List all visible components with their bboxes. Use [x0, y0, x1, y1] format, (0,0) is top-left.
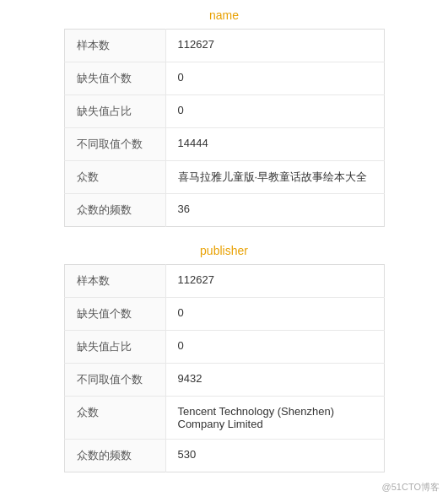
- name-section-label-4: 众数: [64, 161, 165, 194]
- publisher-section-label-5: 众数的频数: [64, 440, 165, 472]
- publisher-section-value-0: 112627: [165, 265, 384, 298]
- table-row: 样本数112627: [64, 30, 384, 62]
- publisher-section-value-2: 0: [165, 331, 384, 364]
- table-row: 缺失值个数0: [64, 62, 384, 95]
- table-row: 缺失值个数0: [64, 298, 384, 331]
- table-row: 缺失值占比0: [64, 331, 384, 364]
- name-section-label-5: 众数的频数: [64, 194, 165, 227]
- name-section-label-1: 缺失值个数: [64, 62, 165, 95]
- table-row: 众数的频数36: [64, 194, 384, 227]
- publisher-section-label-4: 众数: [64, 397, 165, 440]
- name-section-value-5: 36: [165, 194, 384, 227]
- publisher-section-label-2: 缺失值占比: [64, 331, 165, 364]
- publisher-section-label-0: 样本数: [64, 265, 165, 298]
- name-section-value-0: 112627: [165, 30, 384, 62]
- table-row: 样本数112627: [64, 265, 384, 298]
- table-row: 缺失值占比0: [64, 95, 384, 128]
- publisher-section-value-1: 0: [165, 298, 384, 331]
- table-row: 众数Tencent Technology (Shenzhen) Company …: [64, 397, 384, 440]
- name-section-value-4: 喜马拉雅儿童版·早教童话故事绘本大全: [165, 161, 384, 194]
- publisher-section-value-4: Tencent Technology (Shenzhen) Company Li…: [165, 397, 384, 440]
- name-section-label-0: 样本数: [64, 30, 165, 62]
- publisher-section: publisher样本数112627缺失值个数0缺失值占比0不同取值个数9432…: [17, 244, 431, 472]
- name-section-value-2: 0: [165, 95, 384, 128]
- table-row: 不同取值个数14444: [64, 128, 384, 161]
- publisher-section-title: publisher: [17, 244, 431, 257]
- name-section-label-3: 不同取值个数: [64, 128, 165, 161]
- name-section-value-1: 0: [165, 62, 384, 95]
- publisher-section-label-3: 不同取值个数: [64, 364, 165, 397]
- name-section-table: 样本数112627缺失值个数0缺失值占比0不同取值个数14444众数喜马拉雅儿童…: [64, 29, 385, 227]
- name-section-title: name: [17, 8, 431, 22]
- table-row: 众数喜马拉雅儿童版·早教童话故事绘本大全: [64, 161, 384, 194]
- table-row: 众数的频数530: [64, 440, 384, 472]
- watermark: @51CTO博客: [382, 481, 440, 494]
- name-section-value-3: 14444: [165, 128, 384, 161]
- name-section-label-2: 缺失值占比: [64, 95, 165, 128]
- table-row: 不同取值个数9432: [64, 364, 384, 397]
- publisher-section-value-3: 9432: [165, 364, 384, 397]
- name-section: name样本数112627缺失值个数0缺失值占比0不同取值个数14444众数喜马…: [17, 8, 431, 227]
- publisher-section-label-1: 缺失值个数: [64, 298, 165, 331]
- publisher-section-table: 样本数112627缺失值个数0缺失值占比0不同取值个数9432众数Tencent…: [64, 264, 385, 472]
- publisher-section-value-5: 530: [165, 440, 384, 472]
